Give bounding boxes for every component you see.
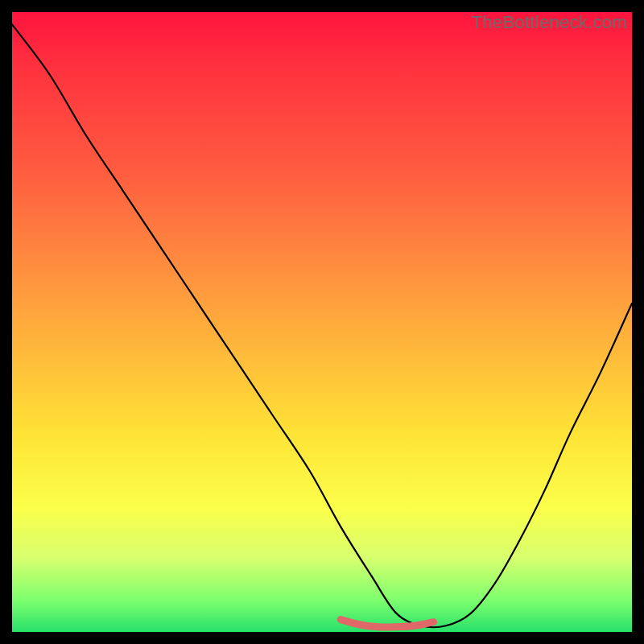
chart-svg [12,12,632,632]
chart-frame: TheBottleneck.com [0,0,644,644]
chart-plot-area: TheBottleneck.com [12,12,632,632]
optimal-basin [341,620,433,628]
bottleneck-curve [12,24,632,627]
watermark-text: TheBottleneck.com [472,12,627,33]
